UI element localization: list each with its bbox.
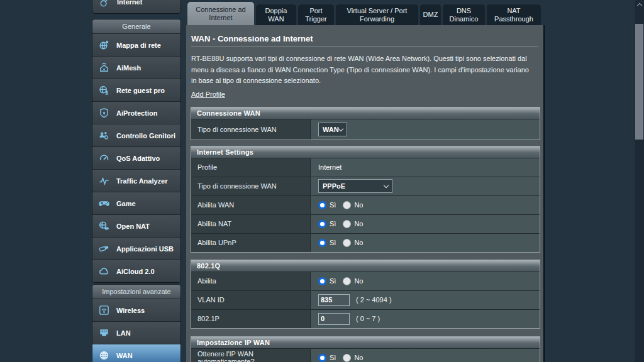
page-description: RT-BE88U supporta vari tipi di connessio… (191, 53, 536, 87)
sidebar-group-header: Generale (92, 19, 180, 33)
table-row: Tipo di connessione WAN PPPoE (191, 177, 540, 195)
auto-wan-ip-yes-radio[interactable] (318, 354, 326, 362)
sidebar-item-parental-controls[interactable]: Controllo Genitori (92, 124, 180, 146)
internet-icon (98, 0, 111, 9)
row-label: VLAN ID (191, 291, 311, 309)
wan-globe-icon (97, 349, 111, 362)
enable-nat-yes-radio[interactable] (318, 220, 326, 228)
aimesh-icon (97, 61, 111, 74)
tab-dual-wan[interactable]: Doppia WAN (256, 4, 296, 25)
wireless-icon (97, 304, 111, 317)
chevron-up-icon (636, 3, 641, 8)
row-label: Abilita UPnP (191, 234, 311, 252)
add-profile-link[interactable]: Add Profile (191, 90, 225, 98)
sidebar-item-usb-applications[interactable]: Applicazioni USB (92, 237, 180, 260)
sidebar-item-open-nat[interactable]: Open NAT (92, 214, 180, 237)
sidebar-item-adaptive-qos[interactable]: QoS Adattivo (92, 146, 180, 169)
radio-label: No (354, 201, 363, 209)
enable-upnp-yes-radio[interactable] (318, 239, 326, 247)
sidebar-item-label: LAN (116, 329, 131, 337)
row-label: Abilita (191, 272, 311, 290)
table-row: Abilita WAN Sì No (191, 195, 540, 214)
profile-value: Internet (311, 158, 540, 177)
radio-label: Sì (330, 220, 336, 228)
gamepad-icon (97, 197, 111, 210)
vertical-scrollbar[interactable] (635, 0, 644, 362)
row-label: Abilita NAT (191, 215, 311, 233)
sidebar-item-label: QoS Adattivo (116, 155, 160, 162)
sidebar-item-game[interactable]: Game (92, 192, 180, 214)
sidebar-item-label: AiProtection (116, 109, 157, 117)
radio-label: No (354, 220, 363, 228)
radio-label: Sì (330, 201, 336, 209)
row-label: Profile (191, 158, 311, 177)
table-row: Abilita UPnP Sì No (191, 233, 540, 252)
tab-virtual-server-port-forwarding[interactable]: Virtual Server / Port Forwarding (336, 4, 418, 25)
sidebar-item-network-map[interactable]: Mappa di rete (92, 33, 180, 56)
lan-icon (97, 326, 111, 339)
tab-port-trigger[interactable]: Port Trigger (298, 4, 334, 25)
tab-internet-connection[interactable]: Connessione ad Internet (187, 2, 254, 25)
radio-label: No (354, 277, 363, 285)
scrollbar-thumb[interactable] (635, 24, 643, 140)
enable-wan-no-radio[interactable] (343, 201, 351, 209)
select-value: PPPoE (323, 182, 345, 190)
sidebar-group-generale: Generale Mappa di rete AiMesh (92, 19, 181, 283)
sidebar-item-label: Mappa di rete (116, 41, 161, 49)
row-label: Tipo di connessione WAN (191, 177, 311, 195)
8021q-enable-yes-radio[interactable] (318, 277, 326, 285)
network-map-icon (97, 38, 111, 52)
sidebar-item-lan[interactable]: LAN (92, 321, 180, 344)
enable-upnp-no-radio[interactable] (343, 239, 351, 247)
table-row: Ottenere l'IP WAN automaticamente? Sì No (191, 349, 540, 362)
8021p-priority-input[interactable] (318, 313, 350, 325)
sidebar-item-guest-network[interactable]: Rete guest pro (92, 79, 180, 101)
select-value: WAN (323, 126, 339, 133)
sidebar-item-wan[interactable]: WAN (92, 344, 180, 362)
title-divider (191, 47, 538, 47)
section-header: Impostazione IP WAN (191, 337, 540, 349)
table-row: Abilita Sì No (191, 272, 540, 290)
sidebar-item-internet[interactable]: Internet (92, 0, 181, 14)
auto-wan-ip-no-radio[interactable] (343, 354, 351, 362)
sidebar-group-advanced: Impostazioni avanzate Wireless LAN (92, 284, 181, 362)
8021q-enable-no-radio[interactable] (343, 277, 351, 285)
main-content-panel: WAN - Connessione ad Internet RT-BE88U s… (186, 25, 545, 362)
row-label: Ottenere l'IP WAN automaticamente? (191, 349, 311, 362)
vlan-id-input[interactable] (318, 294, 350, 306)
parental-controls-icon (97, 129, 111, 142)
section-header: 802.1Q (191, 260, 540, 272)
radio-label: No (354, 239, 363, 246)
radio-label: No (354, 354, 363, 361)
sidebar-item-label: Game (116, 200, 136, 207)
sidebar-group-header: Impostazioni avanzate (92, 285, 180, 299)
table-row: Tipo di connessione WAN WAN (191, 119, 540, 140)
sidebar-item-label: AiMesh (116, 64, 141, 72)
row-label: Abilita WAN (191, 196, 311, 214)
tab-ddns[interactable]: DNS Dinamico (443, 4, 485, 25)
row-label: 802.1P (191, 310, 311, 328)
section-header: Internet Settings (191, 146, 540, 158)
sidebar-item-traffic-analyzer[interactable]: Traffic Analyzer (92, 169, 180, 192)
table-row: 802.1P ( 0 ~ 7 ) (191, 309, 540, 328)
enable-nat-no-radio[interactable] (343, 220, 351, 228)
open-nat-icon (97, 219, 111, 233)
tab-dmz[interactable]: DMZ (420, 4, 441, 25)
sidebar-item-label: Controllo Genitori (116, 132, 175, 140)
sidebar-item-aiprotection[interactable]: AiProtection (92, 101, 180, 124)
vlan-range-hint: ( 2 ~ 4094 ) (356, 296, 392, 304)
section-8021q: 802.1Q Abilita Sì No VLAN ID ( 2 ~ 4094 … (191, 260, 540, 329)
table-row: Profile Internet (191, 158, 540, 177)
tab-nat-passthrough[interactable]: NAT Passthrough (487, 4, 541, 25)
sidebar-item-aimesh[interactable]: AiMesh (92, 56, 180, 79)
sidebar-item-wireless[interactable]: Wireless (92, 299, 180, 321)
sidebar-item-label: Wireless (116, 307, 145, 314)
sidebar-item-aicloud[interactable]: AiCloud 2.0 (92, 260, 180, 282)
traffic-analyzer-icon (97, 174, 111, 187)
scroll-up-button[interactable] (635, 0, 644, 9)
internet-wan-type-select[interactable]: PPPoE (318, 179, 392, 193)
chevron-down-icon (384, 183, 389, 188)
wan-connection-type-select[interactable]: WAN (318, 123, 347, 136)
enable-wan-yes-radio[interactable] (318, 201, 326, 209)
wan-tab-bar: Connessione ad Internet Doppia WAN Port … (187, 0, 541, 25)
